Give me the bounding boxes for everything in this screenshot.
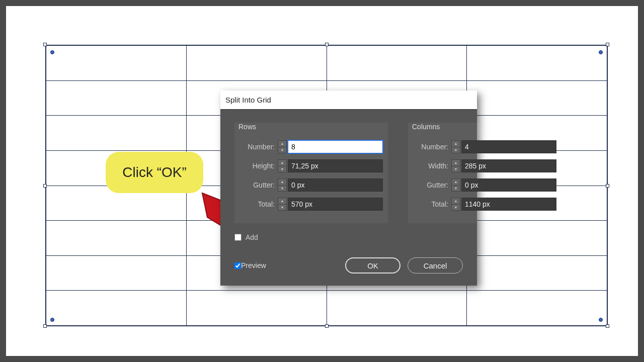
selection-handle-n[interactable]: [325, 43, 329, 46]
rows-total-label: Total:: [238, 200, 275, 208]
anchor-dot-sw: [50, 318, 54, 322]
rows-height-label: Height:: [238, 162, 275, 170]
rows-number-label: Number:: [238, 143, 275, 151]
rows-number-input[interactable]: [288, 140, 383, 153]
selection-handle-e[interactable]: [606, 184, 609, 188]
ok-button[interactable]: OK: [345, 257, 400, 274]
anchor-dot-ne: [599, 50, 603, 54]
rows-gutter-label: Gutter:: [238, 181, 275, 189]
tutorial-callout: Click “OK”: [106, 152, 203, 193]
preview-checkbox[interactable]: [234, 262, 241, 269]
columns-number-label: Number:: [412, 143, 448, 151]
columns-gutter-input[interactable]: [461, 178, 556, 192]
columns-width-stepper[interactable]: ▲▼: [451, 159, 460, 172]
selection-handle-se[interactable]: [606, 324, 609, 328]
rows-total-stepper[interactable]: ▲▼: [278, 198, 287, 211]
columns-total-stepper[interactable]: ▲▼: [451, 198, 460, 211]
artboard: Click “OK” Split Into Grid Rows Number: …: [6, 6, 638, 356]
selection-handle-nw[interactable]: [43, 43, 47, 46]
dialog-title-text: Split Into Grid: [225, 96, 271, 104]
selection-handle-w[interactable]: [43, 184, 47, 188]
selection-handle-ne[interactable]: [606, 43, 609, 46]
dialog-title-bar[interactable]: Split Into Grid: [220, 90, 477, 110]
rows-number-stepper[interactable]: ▲▼: [278, 140, 287, 153]
columns-number-input[interactable]: [461, 140, 556, 153]
columns-number-stepper[interactable]: ▲▼: [451, 140, 460, 153]
columns-section-title: Columns: [412, 123, 556, 131]
columns-width-input[interactable]: [461, 159, 556, 172]
rows-height-stepper[interactable]: ▲▼: [278, 159, 287, 172]
rows-section: Rows Number: ▲▼ Height: ▲▼ Gutter: ▲▼: [234, 123, 388, 223]
cancel-button[interactable]: Cancel: [408, 257, 463, 274]
add-guides-checkbox[interactable]: [234, 234, 242, 241]
rows-section-title: Rows: [238, 123, 383, 131]
preview-label: Preview: [241, 261, 266, 269]
split-into-grid-dialog: Split Into Grid Rows Number: ▲▼ Height: …: [220, 90, 477, 286]
anchor-dot-se: [599, 318, 603, 322]
anchor-dot-nw: [50, 50, 54, 54]
add-guides-label: Add: [246, 233, 258, 241]
selection-handle-sw[interactable]: [43, 324, 47, 328]
columns-section: Columns Number: ▲▼ Width: ▲▼ Gutter: ▲▼: [408, 123, 561, 223]
rows-gutter-input[interactable]: [288, 178, 383, 192]
rows-gutter-stepper[interactable]: ▲▼: [278, 178, 287, 192]
columns-total-input[interactable]: [461, 198, 556, 211]
rows-total-input[interactable]: [288, 198, 383, 211]
selection-handle-s[interactable]: [325, 324, 329, 328]
columns-gutter-stepper[interactable]: ▲▼: [451, 178, 460, 192]
columns-total-label: Total:: [412, 200, 448, 208]
columns-gutter-label: Gutter:: [412, 181, 448, 189]
callout-text: Click “OK”: [122, 164, 187, 180]
rows-height-input[interactable]: [288, 159, 383, 172]
columns-width-label: Width:: [412, 162, 448, 170]
